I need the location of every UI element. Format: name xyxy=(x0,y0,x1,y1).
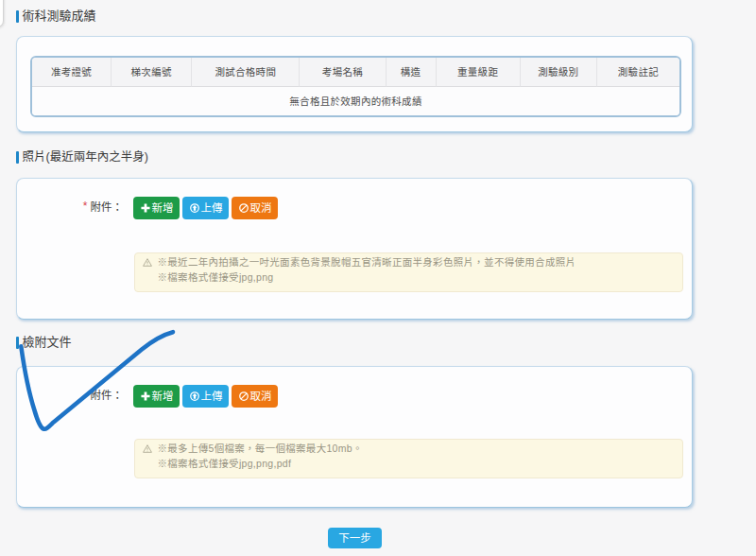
photo-add-button[interactable]: 新增 xyxy=(133,197,180,219)
documents-note-line2: ※檔案格式僅接受jpg,png,pdf xyxy=(158,457,363,472)
section-title-exam-scores: 術科測驗成績 xyxy=(16,9,96,24)
button-label: 上傳 xyxy=(201,388,223,403)
documents-cancel-button[interactable]: 取消 xyxy=(232,385,278,408)
documents-panel: 附件： 新增 上傳 取消 ※最多上傳5個檔案，每一個檔案最大10mb。 xyxy=(16,366,693,508)
section-title-bar xyxy=(16,151,19,164)
documents-attachment-row: 附件： 新增 上傳 取消 xyxy=(17,385,692,408)
section-title-text: 照片(最近兩年內之半身) xyxy=(23,149,148,165)
attachment-label: 附件： xyxy=(17,387,123,402)
ban-icon xyxy=(239,203,249,213)
photo-note-line2: ※檔案格式僅接受jpg,png xyxy=(158,270,576,286)
exam-scores-tablebox: 准考證號 梯次編號 測試合格時間 考場名稱 構造 重量級距 測驗級別 測驗註記 … xyxy=(30,56,681,117)
page: 術科測驗成績 准考證號 梯次編號 測試合格時間 考場名稱 構造 重量級距 xyxy=(0,0,756,556)
alert-text-lines: ※最多上傳5個檔案，每一個檔案最大10mb。 ※檔案格式僅接受jpg,png,p… xyxy=(158,442,363,472)
previous-panel-corner xyxy=(0,0,4,27)
photo-upload-button[interactable]: 上傳 xyxy=(182,197,229,219)
col-header-pass-time: 測試合格時間 xyxy=(192,58,300,87)
attachment-buttons: 新增 上傳 取消 xyxy=(133,385,278,408)
table-header-row: 准考證號 梯次編號 測試合格時間 考場名稱 構造 重量級距 測驗級別 測驗註記 xyxy=(32,58,679,87)
table-empty-message: 無合格且於效期內的術科成績 xyxy=(32,87,679,115)
col-header-weight-class: 重量級距 xyxy=(437,58,521,87)
photo-panel: *附件： 新增 上傳 取消 ※最近二年內拍攝之一吋光面素色背景脫帽五官清晰 xyxy=(16,178,693,320)
attachment-label-text: 附件： xyxy=(91,201,124,213)
warning-triangle-icon xyxy=(143,258,152,267)
col-header-test-level: 測驗級別 xyxy=(521,58,597,87)
col-header-venue-name: 考場名稱 xyxy=(300,58,386,87)
table-empty-row: 無合格且於效期內的術科成績 xyxy=(32,87,679,115)
col-header-test-note: 測驗註記 xyxy=(597,58,679,87)
attachment-label: *附件： xyxy=(17,199,123,214)
next-step-button[interactable]: 下一步 xyxy=(328,528,382,548)
exam-scores-table: 准考證號 梯次編號 測試合格時間 考場名稱 構造 重量級距 測驗級別 測驗註記 … xyxy=(32,58,679,115)
upload-circle-icon xyxy=(190,391,199,401)
section-title-documents: 檢附文件 xyxy=(16,335,72,350)
ban-icon xyxy=(239,391,249,401)
section-title-bar xyxy=(16,10,19,23)
button-label: 新增 xyxy=(152,200,174,215)
col-header-admission-number: 准考證號 xyxy=(32,58,112,87)
documents-note-line1: ※最多上傳5個檔案，每一個檔案最大10mb。 xyxy=(158,442,363,457)
warning-triangle-icon xyxy=(143,444,152,453)
button-label: 新增 xyxy=(152,388,174,403)
section-title-photo: 照片(最近兩年內之半身) xyxy=(16,149,148,165)
documents-add-button[interactable]: 新增 xyxy=(133,385,180,408)
section-title-text: 檢附文件 xyxy=(23,335,72,350)
section-title-bar xyxy=(16,337,19,349)
photo-cancel-button[interactable]: 取消 xyxy=(232,197,278,219)
plus-icon xyxy=(141,391,150,401)
photo-note-line1: ※最近二年內拍攝之一吋光面素色背景脫帽五官清晰正面半身彩色照片，並不得使用合成照… xyxy=(158,255,576,270)
col-header-batch-number: 梯次編號 xyxy=(112,58,192,87)
attachment-buttons: 新增 上傳 取消 xyxy=(133,197,278,219)
section-title-text: 術科測驗成績 xyxy=(23,9,96,24)
button-label: 取消 xyxy=(250,388,272,403)
button-label: 上傳 xyxy=(201,200,223,215)
photo-notes-alert: ※最近二年內拍攝之一吋光面素色背景脫帽五官清晰正面半身彩色照片，並不得使用合成照… xyxy=(134,252,683,292)
required-asterisk: * xyxy=(83,200,88,213)
photo-attachment-row: *附件： 新增 上傳 取消 xyxy=(17,197,692,219)
upload-circle-icon xyxy=(190,203,199,213)
exam-scores-panel: 准考證號 梯次編號 測試合格時間 考場名稱 構造 重量級距 測驗級別 測驗註記 … xyxy=(16,36,693,132)
documents-upload-button[interactable]: 上傳 xyxy=(182,385,229,408)
col-header-structure: 構造 xyxy=(387,58,437,87)
button-label: 取消 xyxy=(250,200,272,215)
attachment-label-text: 附件： xyxy=(91,390,124,401)
alert-text-lines: ※最近二年內拍攝之一吋光面素色背景脫帽五官清晰正面半身彩色照片，並不得使用合成照… xyxy=(158,255,576,286)
plus-icon xyxy=(141,203,150,213)
documents-notes-alert: ※最多上傳5個檔案，每一個檔案最大10mb。 ※檔案格式僅接受jpg,png,p… xyxy=(134,439,683,478)
